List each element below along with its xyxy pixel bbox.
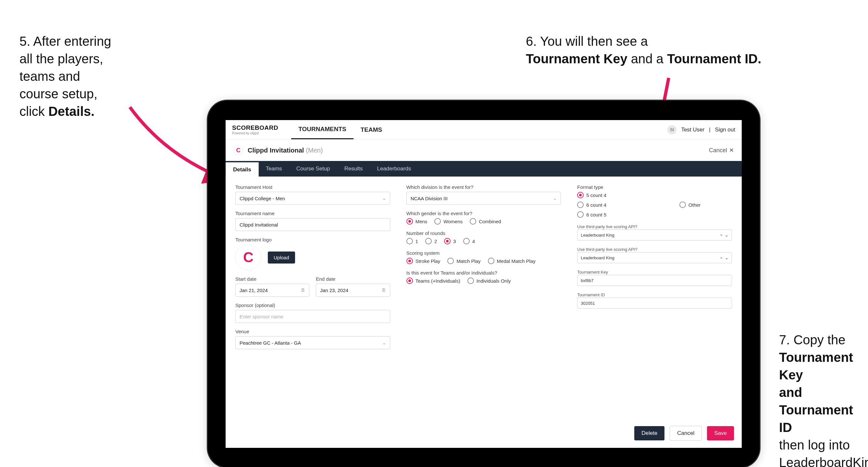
chevron-down-icon: ⌄ — [553, 196, 557, 201]
tab-course-setup[interactable]: Course Setup — [289, 161, 337, 177]
callout-step7: 7. Copy the Tournament Key and Tournamen… — [779, 331, 864, 467]
end-date-input[interactable]: Jan 23, 2024🗓 — [316, 284, 390, 297]
callout-step6: 6. You will then see a Tournament Key an… — [526, 32, 805, 67]
rounds-radio-2[interactable]: 2 — [425, 238, 437, 244]
api-label-1: Use third-party live scoring API? — [577, 224, 637, 229]
start-date-label: Start date — [235, 276, 309, 282]
cancel-button-top[interactable]: Cancel ✕ — [709, 147, 734, 154]
api-select-2[interactable]: Leaderboard King × ⌄ — [577, 252, 732, 263]
tab-teams[interactable]: Teams — [259, 161, 289, 177]
tab-details[interactable]: Details — [226, 162, 259, 177]
nav-tournaments[interactable]: TOURNAMENTS — [291, 120, 353, 139]
form-body: Tournament Host Clippd College - Men⌄ To… — [226, 177, 742, 357]
division-select[interactable]: NCAA Division III⌄ — [406, 192, 561, 205]
signout-link[interactable]: Sign out — [715, 127, 735, 133]
name-label: Tournament name — [235, 211, 390, 216]
logo-label: Tournament logo — [235, 237, 390, 242]
chevron-down-icon: ⌄ — [382, 340, 386, 345]
host-label: Tournament Host — [235, 184, 390, 190]
sponsor-label: Sponsor (optional) — [235, 303, 390, 308]
format-label: Format type — [577, 184, 732, 190]
api-select-1[interactable]: Leaderboard King × ⌄ — [577, 229, 732, 241]
name-input[interactable]: Clippd Invitational — [235, 218, 390, 231]
scoring-radio-medal[interactable]: Medal Match Play — [488, 258, 536, 264]
sponsor-input[interactable]: Enter sponsor name — [235, 310, 390, 323]
calendar-icon: 🗓 — [301, 288, 305, 293]
calendar-icon: 🗓 — [382, 288, 386, 293]
cancel-button[interactable]: Cancel — [670, 426, 702, 441]
scoring-radio-match[interactable]: Match Play — [447, 258, 480, 264]
api-label-2: Use third-party live scoring API? — [577, 247, 637, 252]
nav-teams[interactable]: TEAMS — [353, 120, 390, 139]
chevron-down-icon: ⌄ — [382, 196, 386, 201]
format-radio-other[interactable]: Other — [679, 192, 701, 218]
rounds-radio-3[interactable]: 3 — [444, 238, 456, 244]
form-col-2: Which division is the event for? NCAA Di… — [406, 184, 561, 349]
start-date-input[interactable]: Jan 21, 2024🗓 — [235, 284, 309, 297]
page-title: Clippd Invitational — [248, 147, 304, 154]
form-col-3: Format type 5 count 4 6 count 4 6 count … — [577, 184, 732, 349]
gender-label: Which gender is the event for? — [406, 211, 561, 216]
page-title-row: C Clippd Invitational (Men) Cancel ✕ — [226, 139, 742, 161]
teamsind-radio-individuals[interactable]: Individuals Only — [467, 278, 511, 284]
host-select[interactable]: Clippd College - Men⌄ — [235, 192, 390, 205]
tab-results[interactable]: Results — [337, 161, 370, 177]
clear-icon[interactable]: × — [720, 233, 722, 238]
tabs-bar: Details Teams Course Setup Results Leade… — [226, 161, 742, 177]
end-date-label: End date — [316, 276, 390, 282]
logo-subtext: Powered by clippd — [232, 131, 278, 135]
logo-text: SCOREBOARD — [232, 124, 278, 131]
teamsind-label: Is this event for Teams and/or Individua… — [406, 270, 561, 276]
close-icon: ✕ — [729, 147, 734, 154]
save-button[interactable]: Save — [707, 426, 734, 440]
app-logo: SCOREBOARD Powered by clippd — [232, 124, 278, 135]
format-radio-5c4[interactable]: 5 count 4 — [577, 192, 607, 198]
tournament-key-label: Tournament Key — [577, 270, 608, 275]
user-name: Test User — [681, 127, 704, 133]
delete-button[interactable]: Delete — [634, 426, 664, 440]
chevron-down-icon: ⌄ — [725, 255, 728, 260]
venue-select[interactable]: Peachtree GC - Atlanta - GA⌄ — [235, 336, 390, 349]
division-label: Which division is the event for? — [406, 184, 561, 190]
form-col-1: Tournament Host Clippd College - Men⌄ To… — [235, 184, 390, 349]
format-radio-6c5[interactable]: 6 count 5 — [577, 211, 607, 218]
avatar[interactable]: SI — [668, 125, 677, 134]
callout-step5: 5. After entering all the players, teams… — [20, 32, 162, 120]
teamsind-radio-teams[interactable]: Teams (+Individuals) — [406, 278, 460, 284]
chevron-down-icon: ⌄ — [725, 233, 728, 238]
logo-preview: C — [235, 244, 261, 270]
gender-radio-combined[interactable]: Combined — [470, 218, 501, 225]
rounds-radio-4[interactable]: 4 — [463, 238, 475, 244]
app-header: SCOREBOARD Powered by clippd TOURNAMENTS… — [226, 120, 742, 139]
scoring-label: Scoring system — [406, 250, 561, 256]
tablet-frame: SCOREBOARD Powered by clippd TOURNAMENTS… — [208, 101, 760, 467]
tab-leaderboards[interactable]: Leaderboards — [370, 161, 418, 177]
page-subtitle: (Men) — [306, 147, 323, 154]
form-footer: Delete Cancel Save — [634, 426, 734, 441]
app-screen: SCOREBOARD Powered by clippd TOURNAMENTS… — [226, 120, 742, 448]
tournament-logo-icon: C — [234, 145, 243, 155]
tournament-id-label: Tournament ID — [577, 292, 605, 297]
clear-icon[interactable]: × — [720, 255, 722, 260]
tournament-key-value[interactable]: bxf8b7 — [577, 275, 732, 286]
venue-label: Venue — [235, 329, 390, 334]
gender-radio-mens[interactable]: Mens — [406, 218, 428, 225]
format-radio-6c4[interactable]: 6 count 4 — [577, 201, 607, 208]
gender-radio-womens[interactable]: Womens — [434, 218, 463, 225]
upload-button[interactable]: Upload — [268, 251, 295, 263]
user-area: SI Test User | Sign out — [668, 125, 735, 134]
scoring-radio-stroke[interactable]: Stroke Play — [406, 258, 440, 264]
rounds-label: Number of rounds — [406, 230, 561, 236]
tournament-id-value[interactable]: 302051 — [577, 298, 732, 309]
rounds-radio-1[interactable]: 1 — [406, 238, 418, 244]
